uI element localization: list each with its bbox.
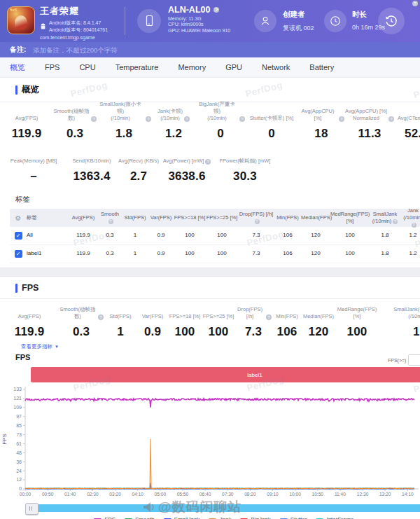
- info-icon[interactable]: ?: [412, 1, 418, 6]
- svg-text:FPS: FPS: [1, 434, 8, 445]
- column-header: MedRange(FPS)[%]: [330, 211, 370, 225]
- android-icon: [40, 23, 46, 30]
- legend-item-SmallJank[interactable]: SmallJank: [164, 516, 200, 519]
- stat-value: 0.3: [53, 127, 97, 141]
- stat-value: 18: [298, 127, 344, 141]
- title-accent-bar: [15, 284, 18, 293]
- legend-item-Stutter[interactable]: Stutter: [280, 516, 307, 519]
- table-row[interactable]: ✓All119.90.310.91001007.31061201001.81.2: [10, 227, 420, 245]
- legend-item-Smooth[interactable]: Smooth: [125, 516, 155, 519]
- tab-Network[interactable]: Network: [262, 63, 290, 71]
- device-cpu: CPU: kirin9000s: [168, 22, 230, 27]
- cell-value: 0.3: [98, 232, 122, 239]
- info-icon[interactable]: ?: [91, 116, 97, 122]
- info-icon[interactable]: ?: [388, 116, 394, 122]
- tab-概览[interactable]: 概览: [10, 62, 25, 73]
- svg-text:73: 73: [16, 432, 22, 437]
- tab-CPU[interactable]: CPU: [79, 63, 95, 71]
- cell-value: 100: [174, 250, 206, 257]
- stat-cell: Jank(卡顿) (/10min)?1.2: [151, 108, 196, 141]
- tab-Battery[interactable]: Battery: [309, 63, 334, 71]
- column-header: Jank (/10min)?: [400, 207, 420, 228]
- info-icon[interactable]: ?: [98, 314, 104, 320]
- stat-value: 119.9: [0, 325, 59, 339]
- info-icon[interactable]: ?: [214, 7, 219, 13]
- stat-cell: SmallJank(微小卡顿) (/10min)?1.8: [379, 306, 420, 339]
- row-checkbox[interactable]: ✓: [15, 250, 22, 258]
- stat-value: 52.: [395, 127, 420, 141]
- info-icon[interactable]: ?: [239, 116, 245, 122]
- gear-icon[interactable]: ⚙: [10, 214, 27, 223]
- share-corner[interactable]: ?: [411, 1, 418, 6]
- tab-Temperature[interactable]: Temperature: [115, 63, 159, 71]
- cell-value: 1.2: [400, 232, 420, 239]
- duration-icon: [324, 10, 346, 32]
- info-icon[interactable]: ?: [184, 116, 190, 122]
- fps-stats-row: Avg(FPS)119.9Smooth(稳帧指数)?0.3Std(FPS)1Va…: [0, 306, 420, 339]
- note-bar: 备注:: [0, 42, 420, 57]
- stat-value: 120: [302, 325, 335, 339]
- android-version-code: Android版本号: 804014761: [49, 27, 108, 34]
- stat-value: –: [0, 169, 67, 184]
- svg-text:0: 0: [19, 486, 22, 491]
- chart-scrollbar[interactable]: [29, 504, 420, 512]
- cell-value: 100: [174, 232, 206, 239]
- note-input[interactable]: [31, 46, 265, 55]
- svg-text:06:40: 06:40: [200, 492, 211, 497]
- info-icon[interactable]: ?: [108, 219, 113, 224]
- column-header: Min(FPS): [274, 214, 301, 221]
- legend-item-FPS[interactable]: FPS: [94, 516, 115, 519]
- note-label: 备注:: [10, 45, 26, 55]
- stat-value: 1.2: [151, 127, 196, 141]
- row-checkbox[interactable]: ✓: [15, 232, 22, 240]
- labels-table: ⚙标签Avg(FPS)Smooth?Std(FPS)Var(FPS)FPS>=1…: [10, 209, 420, 263]
- cell-value: 0.9: [148, 232, 174, 239]
- stat-value: 7.3: [235, 325, 272, 339]
- table-row[interactable]: ✓label1119.90.310.91001007.31061201001.8…: [10, 245, 420, 263]
- stat-label: BigJank(严重卡顿) (/10min)?: [196, 108, 245, 122]
- tab-FPS[interactable]: FPS: [45, 63, 59, 71]
- cell-value: 0.3: [98, 250, 122, 257]
- stat-value: 1363.4: [67, 169, 116, 184]
- stat-cell: Avg(AppCPU) [%]?18: [298, 108, 344, 141]
- legend-item-InterFrame[interactable]: InterFrame: [316, 516, 354, 519]
- info-icon[interactable]: ?: [393, 219, 398, 224]
- tab-Memory[interactable]: Memory: [178, 63, 206, 71]
- fps-threshold-input[interactable]: [408, 354, 420, 366]
- row-label: label1: [27, 250, 69, 257]
- stat-value: 106: [272, 325, 302, 339]
- info-icon[interactable]: ?: [266, 314, 272, 320]
- info-icon[interactable]: ?: [339, 116, 344, 122]
- svg-text:13:20: 13:20: [379, 492, 391, 497]
- cell-value: 100: [206, 232, 238, 239]
- stat-value: 100: [335, 325, 379, 339]
- labels-table-title: 标签: [15, 195, 420, 205]
- fps-section-title: FPS: [0, 277, 420, 299]
- device-phone-icon: [137, 9, 161, 33]
- svg-text:04:10: 04:10: [132, 492, 144, 497]
- overview-stats-row2: Peak(Memory) [MB]–Send(KB/10min)1363.4Av…: [0, 151, 420, 184]
- svg-text:10:00: 10:00: [289, 492, 301, 497]
- legend-item-Jank[interactable]: Jank: [209, 516, 231, 519]
- column-header: Avg(FPS): [69, 214, 98, 221]
- stat-label: FPS>=25 [%]: [202, 306, 235, 320]
- legend-item-BigJank[interactable]: BigJank: [240, 516, 270, 519]
- scrollbar-handle[interactable]: [25, 503, 38, 515]
- info-icon[interactable]: ?: [255, 219, 260, 224]
- stat-label: Avg(FPS): [0, 108, 53, 122]
- svg-text:61: 61: [16, 441, 22, 446]
- stat-cell: Min(FPS)106: [272, 306, 302, 339]
- info-icon[interactable]: ?: [412, 223, 416, 228]
- history-button[interactable]: [378, 8, 405, 34]
- info-icon[interactable]: ?: [205, 159, 211, 165]
- cell-value: 100: [206, 250, 238, 257]
- series-FPS: [25, 399, 414, 408]
- more-metrics-link[interactable]: 查看更多指标 ▼: [21, 343, 420, 350]
- info-icon[interactable]: ?: [146, 116, 151, 122]
- stat-cell: FPower(帧耗能) [mW]30.3: [213, 151, 277, 184]
- tab-GPU[interactable]: GPU: [225, 63, 242, 71]
- game-app-icon: 5v5: [7, 6, 35, 34]
- stat-value: 2.7: [116, 169, 161, 184]
- fps-section: FPS Avg(FPS)119.9Smooth(稳帧指数)?0.3Std(FPS…: [0, 277, 420, 519]
- stat-cell: BigJank(严重卡顿) (/10min)?0: [196, 108, 245, 141]
